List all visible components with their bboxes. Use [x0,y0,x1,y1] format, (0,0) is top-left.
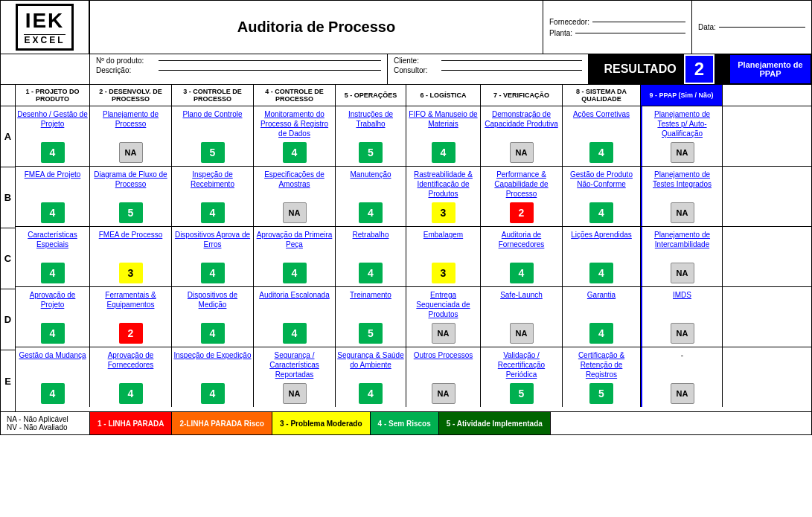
fornecedor-line [592,22,685,22]
cell-b2-score: 5 [119,202,143,223]
col-header-9: 9 - PPAP (Sim / Não) [641,85,723,106]
cell-a8-score: 4 [589,142,613,163]
cell-d2-link[interactable]: Ferramentais & Equipamentos [92,290,170,309]
cell-c7-link[interactable]: Auditoria de Fornecedores [482,230,560,249]
cell-b2-link[interactable]: Diagrama de Fluxo de Processo [92,170,170,189]
cell-a7-link[interactable]: Demonstração de Capacidade Produtiva [482,109,560,129]
cell-e8-link[interactable]: Certificação & Retenção de Registros [564,350,639,379]
legend-items: 1 - LINHA PARADA 2-LINHA PARADA Risco 3 … [90,412,811,434]
cell-b6-link[interactable]: Rastreabilidade & Identificação de Produ… [408,170,479,199]
title-box: Auditoria de Processo [90,1,543,54]
legend-label-5: 5 - Atividade Implementada [447,420,543,428]
cell-b9-score: NA [671,202,694,223]
cell-d6: Entrega Sequenciada de Produtos NA [406,287,481,347]
page: IEK EXCEL Auditoria de Processo Forneced… [0,0,812,435]
cell-c6-link[interactable]: Embalagem [423,230,463,240]
cell-a5: Instruções de Trabalho 5 [336,106,406,166]
cell-d8-link[interactable]: Garantia [587,290,616,300]
cliente-label: Cliente: [394,57,438,65]
cell-e4-link[interactable]: Segurança / Características Reportadas [255,350,333,379]
legend-item-3: 3 - Problema Moderado [272,412,371,434]
cell-e6-link[interactable]: Outros Processos [414,350,473,360]
cell-a9-link[interactable]: Planejamento de Testes p/ Auto-Qualifica… [644,109,720,138]
col-header-7: 7 - VERIFICAÇÃO [481,85,563,106]
cell-c2-link[interactable]: FMEA de Processo [99,230,163,240]
cell-b5-link[interactable]: Manutenção [350,170,391,179]
cell-c9-link[interactable]: Planejamento de Intercambilidade [644,230,720,249]
cell-a2-score: NA [119,142,143,163]
cell-d7-link[interactable]: Safe-Launch [500,290,543,300]
cell-b6-score: 3 [432,202,455,223]
cell-a4-score: 4 [283,142,307,163]
cell-b1-score: 4 [41,202,65,223]
cell-d3-link[interactable]: Dispositivos de Medição [173,290,252,309]
cliente-row: Cliente: [394,57,582,65]
cell-b1-link[interactable]: FMEA de Projeto [25,170,81,179]
cell-a7: Demonstração de Capacidade Produtiva NA [481,106,563,166]
cell-b5-score: 4 [359,202,383,223]
cell-c9-score: NA [671,263,694,283]
cell-a2-link[interactable]: Planejamento de Processo [92,109,170,129]
descricao-label: Descrição: [96,66,156,74]
cell-b8: Gestão de Produto Não-Conforme 4 [563,167,641,226]
cell-e3-link[interactable]: Inspeção de Expedição [174,350,252,360]
row-letter-e: E [1,350,16,411]
cell-e5-link[interactable]: Segurança & Saúde do Ambiente [337,350,404,370]
cell-a4-link[interactable]: Monitoramento do Processo & Registro de … [255,109,333,138]
cell-a8-link[interactable]: Ações Corretivas [573,109,630,119]
cell-c8-link[interactable]: Lições Aprendidas [571,230,632,240]
cell-a3: Plano de Controle 5 [172,106,254,166]
cell-c3-score: 4 [201,263,225,283]
cell-e7-link[interactable]: Validação / Recertificação Periódica [482,350,560,379]
cell-d6-link[interactable]: Entrega Sequenciada de Produtos [408,290,479,319]
cell-c9: Planejamento de Intercambilidade NA [641,227,723,286]
cell-d5-link[interactable]: Treinamento [350,290,391,300]
cell-c7: Auditoria de Fornecedores 4 [481,227,563,286]
cell-c4-score: 4 [283,263,307,283]
cell-d4-link[interactable]: Auditoria Escalonada [259,290,330,300]
cell-e6: Outros Processos NA [406,347,481,407]
produto-box: Nº do produto: Descrição: [90,54,388,84]
cell-e1-link[interactable]: Gestão da Mudança [19,350,86,360]
cell-b8-link[interactable]: Gestão de Produto Não-Conforme [564,170,639,189]
fornecedor-label: Fornecedor: [549,18,589,26]
cell-d1: Aprovação de Projeto 4 [16,287,90,347]
cell-c5-link[interactable]: Retrabalho [353,230,389,240]
cell-d3-score: 4 [201,323,225,344]
cell-b3-link[interactable]: Inspeção de Recebimento [173,170,252,189]
cell-a7-score: NA [510,142,534,163]
cell-c3-link[interactable]: Dispositivos Aprova de Erros [173,230,252,249]
cell-d5: Treinamento 5 [336,287,406,347]
cell-e2: Aprovação de Fornecedores 4 [90,347,172,407]
legend-label-1: 1 - LINHA PARADA [97,420,164,428]
cell-a6-link[interactable]: FIFO & Manuseio de Materiais [408,109,479,129]
cell-d1-score: 4 [41,323,65,344]
cell-b1: FMEA de Projeto 4 [16,167,90,226]
cell-d1-link[interactable]: Aprovação de Projeto [17,290,88,309]
cell-c3: Dispositivos Aprova de Erros 4 [172,227,254,286]
cell-e9-link: - [681,350,683,360]
cell-b9-link[interactable]: Planejamento de Testes Integrados [644,170,720,189]
grid-row-b: FMEA de Projeto 4 Diagrama de Fluxo de P… [16,167,811,227]
na-label: NA - Não Aplicável [7,415,83,423]
cell-b4-link[interactable]: Especificações de Amostras [255,170,333,189]
cell-b5: Manutenção 4 [336,167,406,226]
fornecedor-planta-box: Fornecedor: Planta: [543,1,692,54]
cell-d3: Dispositivos de Medição 4 [172,287,254,347]
cell-a3-link[interactable]: Plano de Controle [182,109,242,119]
resultado-label: RESULTADO [604,62,676,76]
cell-a8: Ações Corretivas 4 [563,106,641,166]
cell-c4-link[interactable]: Aprovação da Primeira Peça [255,230,333,249]
cell-b7: Performance & Capabilidade de Processo 2 [481,167,563,226]
cell-a1-link[interactable]: Desenho / Gestão de Projeto [17,109,88,129]
cell-a9: Planejamento de Testes p/ Auto-Qualifica… [641,106,723,166]
cell-d9-link[interactable]: IMDS [673,290,691,300]
cell-c1-link[interactable]: Características Especiais [17,230,88,249]
cell-b7-link[interactable]: Performance & Capabilidade de Processo [482,170,560,199]
header-row2: Nº do produto: Descrição: Cliente: Consu… [0,54,812,85]
col-header-1: 1 - PROJETO DOPRODUTO [16,85,90,106]
cell-a5-link[interactable]: Instruções de Trabalho [337,109,404,129]
ppap-label: Planejamento de PPAP [733,60,808,78]
ppap-header: Planejamento de PPAP [729,54,811,84]
cell-e2-link[interactable]: Aprovação de Fornecedores [92,350,170,370]
